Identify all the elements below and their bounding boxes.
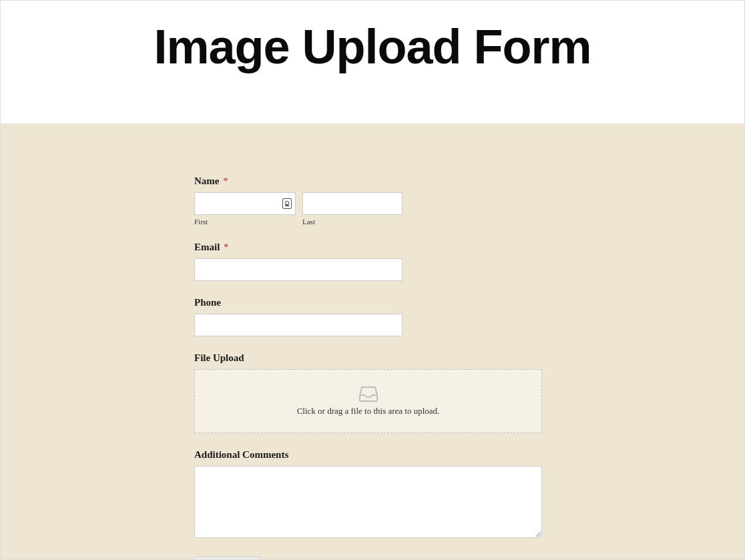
upload-form: Name * First Last <box>194 176 543 560</box>
submit-button[interactable]: Submit <box>194 557 260 560</box>
first-name-sublabel: First <box>194 218 296 226</box>
inbox-icon <box>359 386 378 402</box>
comments-label: Additional Comments <box>194 449 543 461</box>
email-label-row: Email * <box>194 242 543 253</box>
name-label: Name <box>194 176 220 186</box>
dropzone-text: Click or drag a file to this area to upl… <box>297 406 440 416</box>
name-label-row: Name * <box>194 176 543 187</box>
page-header: Image Upload Form <box>1 1 744 123</box>
email-input[interactable] <box>194 258 403 281</box>
page-title: Image Upload Form <box>154 19 591 74</box>
form-body: Name * First Last <box>1 123 744 559</box>
field-comments: Additional Comments <box>194 449 543 541</box>
file-dropzone[interactable]: Click or drag a file to this area to upl… <box>194 369 542 433</box>
email-required-mark: * <box>224 242 229 252</box>
file-upload-label: File Upload <box>194 352 543 364</box>
name-last-col: Last <box>302 192 403 226</box>
field-name: Name * First Last <box>194 176 543 226</box>
first-name-input[interactable] <box>194 192 296 215</box>
phone-label: Phone <box>194 297 543 308</box>
field-email: Email * <box>194 242 543 281</box>
email-label: Email <box>194 242 220 252</box>
name-required-mark: * <box>223 176 228 186</box>
page-container: Image Upload Form Name * First <box>0 0 745 560</box>
phone-input[interactable] <box>194 314 403 336</box>
comments-textarea[interactable] <box>194 466 542 538</box>
first-name-wrapper <box>194 192 296 215</box>
field-phone: Phone <box>194 297 543 336</box>
field-file-upload: File Upload Click or drag a file to this… <box>194 352 543 433</box>
name-inputs-row: First Last <box>194 192 543 226</box>
name-first-col: First <box>194 192 296 226</box>
last-name-sublabel: Last <box>302 218 403 226</box>
last-name-input[interactable] <box>302 192 403 215</box>
